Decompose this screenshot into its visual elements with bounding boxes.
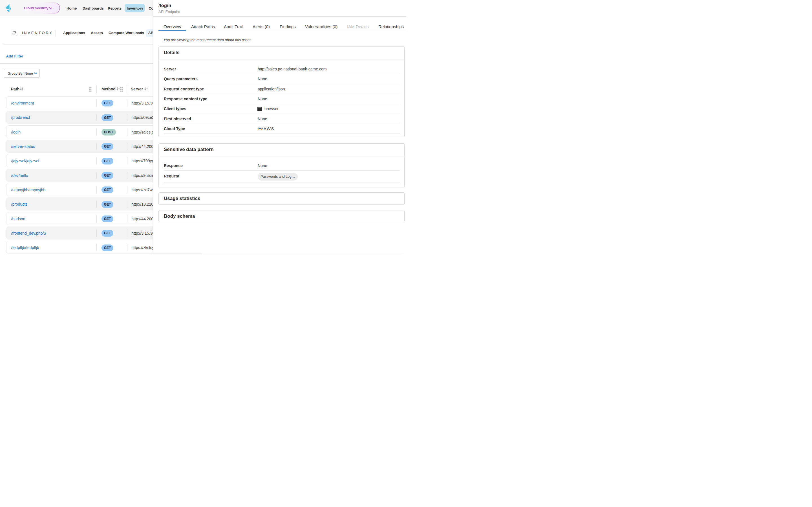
svg-text:aws: aws: [258, 127, 262, 129]
